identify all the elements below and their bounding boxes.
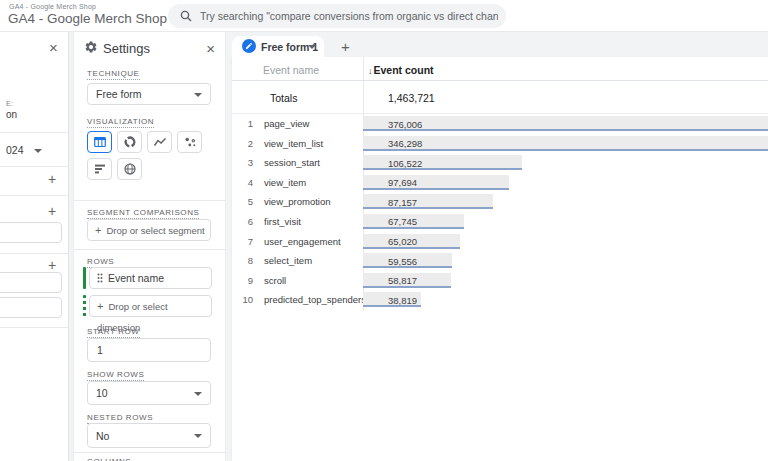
columns-label: COLUMNS xyxy=(87,457,131,461)
segment-drop-target[interactable]: +Drop or select segment xyxy=(87,219,211,241)
row-index: 3 xyxy=(232,157,253,168)
chevron-down-icon xyxy=(194,434,202,438)
row-value: 58,817 xyxy=(388,275,417,286)
row-histogram-bar xyxy=(363,175,509,190)
row-value: 87,157 xyxy=(388,197,417,208)
exploration-name-fragment: on xyxy=(6,109,17,120)
dimension-column-header[interactable]: Event name xyxy=(263,64,319,76)
totals-divider xyxy=(232,113,768,114)
property-name[interactable]: GA4 - Google Merch Shop xyxy=(8,11,167,26)
technique-value: Free form xyxy=(96,88,142,100)
viz-line-button[interactable] xyxy=(147,131,172,153)
table-row[interactable]: 2view_item_list346,298 xyxy=(232,135,768,155)
dimension-drop-target[interactable]: +Drop or select dimension xyxy=(89,295,212,317)
sort-descending-icon: ↓ xyxy=(368,66,373,76)
row-value: 38,819 xyxy=(388,295,417,306)
visualization-label: VISUALIZATION xyxy=(87,117,154,128)
nested-rows-value: No xyxy=(96,430,109,442)
show-rows-select[interactable]: 10 xyxy=(87,381,211,405)
metric-header-label: Event count xyxy=(374,64,434,76)
table-row[interactable]: 3session_start106,522 xyxy=(232,154,768,174)
table-row[interactable]: 7user_engagement65,020 xyxy=(232,233,768,253)
date-range-fragment[interactable]: 024 xyxy=(6,144,24,156)
chevron-down-icon[interactable] xyxy=(308,45,316,49)
chevron-down-icon xyxy=(194,93,202,97)
visualization-options xyxy=(87,131,217,180)
row-index: 10 xyxy=(232,294,253,305)
settings-panel: Settings × TECHNIQUE Free form VISUALIZA… xyxy=(74,32,225,461)
add-tab-button[interactable]: + xyxy=(341,38,350,55)
divider xyxy=(74,452,225,453)
viz-table-button[interactable] xyxy=(87,131,112,153)
show-rows-value: 10 xyxy=(96,387,108,399)
top-bar: GA4 - Google Merch Shop GA4 - Google Mer… xyxy=(0,0,768,32)
table-row[interactable]: 6first_visit67,745 xyxy=(232,213,768,233)
metric-column-header[interactable]: ↓Event count xyxy=(368,64,434,76)
row-value: 97,694 xyxy=(388,177,417,188)
close-icon[interactable]: × xyxy=(49,40,58,55)
metric-chip[interactable] xyxy=(0,272,62,293)
row-value: 59,556 xyxy=(388,256,417,267)
segment-comparisons-label: SEGMENT COMPARISONS xyxy=(87,208,199,219)
totals-label: Totals xyxy=(270,92,297,104)
totals-value: 1,463,721 xyxy=(388,92,435,104)
viz-donut-button[interactable] xyxy=(117,131,142,153)
row-histogram-bar xyxy=(363,194,493,209)
table-rows: 1page_view376,0062view_item_list346,2983… xyxy=(232,115,768,311)
add-dimension-button[interactable]: + xyxy=(48,204,56,218)
scatter-chart-icon xyxy=(183,135,197,149)
row-event-name: view_item xyxy=(264,177,306,188)
row-value: 65,020 xyxy=(388,236,417,247)
row-histogram-bar xyxy=(363,155,522,170)
table-row[interactable]: 5view_promotion87,157 xyxy=(232,193,768,213)
chevron-down-icon[interactable] xyxy=(34,149,42,153)
viz-bar-button[interactable] xyxy=(87,158,112,180)
row-index: 2 xyxy=(232,138,253,149)
row-metric-cell: 87,157 xyxy=(363,193,768,213)
search-icon xyxy=(180,10,192,22)
edit-pencil-icon xyxy=(242,39,256,53)
settings-header: Settings × xyxy=(74,32,225,62)
dimension-drop-indicator xyxy=(83,295,86,317)
header-divider xyxy=(232,80,768,81)
table-row[interactable]: 9scroll58,817 xyxy=(232,272,768,292)
row-index: 8 xyxy=(232,255,253,266)
metric-chip[interactable] xyxy=(0,297,62,318)
chevron-down-icon xyxy=(194,392,202,396)
row-dimension-chip[interactable]: Event name xyxy=(89,267,212,289)
table-row[interactable]: 8select_item59,556 xyxy=(232,252,768,272)
close-icon[interactable]: × xyxy=(206,41,215,56)
viz-scatter-button[interactable] xyxy=(177,131,202,153)
row-event-name: first_visit xyxy=(264,216,301,227)
divider xyxy=(74,200,225,201)
row-histogram-bar xyxy=(363,116,768,131)
start-row-input[interactable]: 1 xyxy=(87,338,211,362)
row-value: 67,745 xyxy=(388,216,417,227)
row-index: 6 xyxy=(232,216,253,227)
plus-icon: + xyxy=(97,300,103,312)
add-metric-button[interactable]: + xyxy=(48,258,56,272)
ga4-explorations-screen: GA4 - Google Merch Shop GA4 - Google Mer… xyxy=(0,0,768,461)
search-bar[interactable] xyxy=(168,4,506,28)
freeform-table-card: Event name ↓Event count Totals 1,463,721… xyxy=(232,57,768,461)
divider xyxy=(0,166,68,167)
row-metric-cell: 106,522 xyxy=(363,154,768,174)
tab-free-form-1[interactable]: Free form 1 xyxy=(232,36,324,57)
viz-geo-button[interactable] xyxy=(117,158,142,180)
nested-rows-select[interactable]: No xyxy=(87,423,211,448)
add-segment-button[interactable]: + xyxy=(48,172,56,186)
row-metric-cell: 59,556 xyxy=(363,252,768,272)
active-dimension-indicator xyxy=(83,267,86,289)
technique-select[interactable]: Free form xyxy=(87,83,211,105)
table-row[interactable]: 10predicted_top_spenders38,819 xyxy=(232,291,768,311)
row-index: 1 xyxy=(232,118,253,129)
search-input[interactable] xyxy=(200,4,498,28)
row-metric-cell: 58,817 xyxy=(363,272,768,292)
row-event-name: page_view xyxy=(264,118,309,129)
row-metric-cell: 38,819 xyxy=(363,291,768,311)
dimension-chip[interactable] xyxy=(0,222,62,243)
table-row[interactable]: 1page_view376,006 xyxy=(232,115,768,135)
table-row[interactable]: 4view_item97,694 xyxy=(232,174,768,194)
drag-handle-icon[interactable] xyxy=(97,269,103,290)
row-event-name: view_promotion xyxy=(264,196,331,207)
